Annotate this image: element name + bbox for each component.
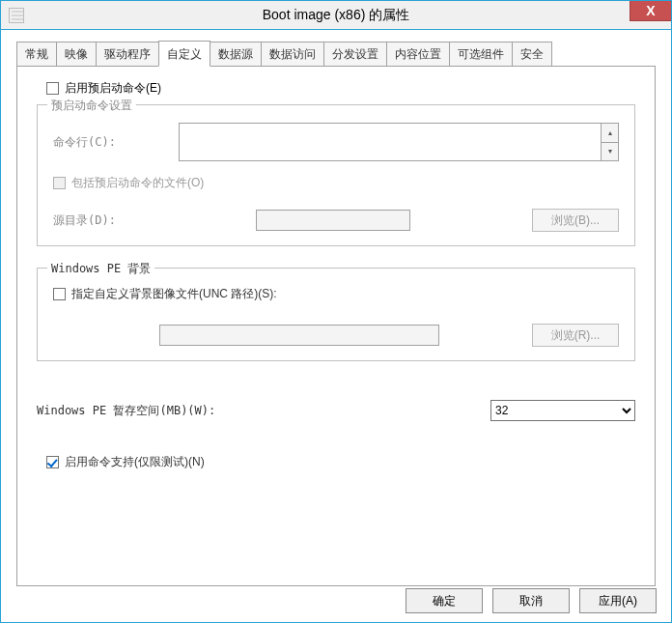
tab-drivers[interactable]: 驱动程序 xyxy=(96,42,159,66)
tab-strip: 常规 映像 驱动程序 自定义 数据源 数据访问 分发设置 内容位置 可选组件 安… xyxy=(16,40,656,67)
scroll-down-icon[interactable]: ▾ xyxy=(602,143,618,161)
close-icon: X xyxy=(646,3,655,18)
winpe-bg-legend: Windows PE 背景 xyxy=(47,261,154,277)
include-files-label: 包括预启动命令的文件(O) xyxy=(71,175,204,191)
apply-button[interactable]: 应用(A) xyxy=(579,588,657,613)
prestart-legend: 预启动命令设置 xyxy=(47,98,136,114)
tab-general[interactable]: 常规 xyxy=(16,42,57,66)
close-button[interactable]: X xyxy=(630,0,672,21)
winpe-bg-groupbox: Windows PE 背景 指定自定义背景图像文件(UNC 路径)(S): 浏览… xyxy=(37,268,635,361)
tab-custom[interactable]: 自定义 xyxy=(158,41,210,67)
tab-distribution[interactable]: 分发设置 xyxy=(323,42,387,66)
tab-contentloc[interactable]: 内容位置 xyxy=(386,42,450,66)
titlebar: Boot image (x86) 的属性 X xyxy=(1,1,671,30)
tab-dataaccess[interactable]: 数据访问 xyxy=(261,42,324,66)
scroll-up-icon[interactable]: ▴ xyxy=(602,124,618,143)
cmdline-scroll: ▴ ▾ xyxy=(601,124,618,160)
ok-button[interactable]: 确定 xyxy=(406,588,483,613)
scratch-label: Windows PE 暂存空间(MB)(W): xyxy=(37,403,215,419)
cmdline-label: 命令行(C): xyxy=(53,134,179,151)
bg-check-row: 指定自定义背景图像文件(UNC 路径)(S): xyxy=(53,286,619,302)
cmd-support-row: 启用命令支持(仅限测试)(N) xyxy=(46,454,635,470)
bg-path-input[interactable] xyxy=(159,325,439,346)
tab-image[interactable]: 映像 xyxy=(56,42,97,66)
bg-check-label: 指定自定义背景图像文件(UNC 路径)(S): xyxy=(71,286,277,302)
cancel-button[interactable]: 取消 xyxy=(492,588,570,613)
bg-checkbox[interactable] xyxy=(53,288,66,300)
include-files-checkbox[interactable] xyxy=(53,177,66,189)
cmd-support-checkbox[interactable] xyxy=(46,456,59,468)
srcdir-input[interactable] xyxy=(256,210,410,231)
cmd-support-label: 启用命令支持(仅限测试)(N) xyxy=(65,454,205,470)
enable-prestart-label: 启用预启动命令(E) xyxy=(65,80,161,97)
tab-panel-custom: 启用预启动命令(E) 预启动命令设置 命令行(C): ▴ ▾ 包括预启动命令的文… xyxy=(16,67,656,586)
dialog-footer: 确定 取消 应用(A) xyxy=(406,588,657,613)
tab-optional[interactable]: 可选组件 xyxy=(449,42,513,66)
browse-srcdir-button[interactable]: 浏览(B)... xyxy=(532,209,619,232)
prestart-groupbox: 预启动命令设置 命令行(C): ▴ ▾ 包括预启动命令的文件(O) 源目录(D)… xyxy=(37,104,635,246)
browse-bg-button[interactable]: 浏览(R)... xyxy=(532,324,619,347)
cmdline-textarea[interactable] xyxy=(180,124,601,160)
tab-security[interactable]: 安全 xyxy=(512,42,552,66)
tab-datasource[interactable]: 数据源 xyxy=(210,42,262,66)
window-title: Boot image (x86) 的属性 xyxy=(1,7,671,24)
enable-prestart-row: 启用预启动命令(E) xyxy=(46,80,635,97)
srcdir-label: 源目录(D): xyxy=(53,212,256,229)
dialog-body: 常规 映像 驱动程序 自定义 数据源 数据访问 分发设置 内容位置 可选组件 安… xyxy=(1,30,671,598)
cmdline-wrap: ▴ ▾ xyxy=(179,123,619,161)
enable-prestart-checkbox[interactable] xyxy=(46,82,59,95)
scratch-combo[interactable]: 32 xyxy=(490,400,635,421)
